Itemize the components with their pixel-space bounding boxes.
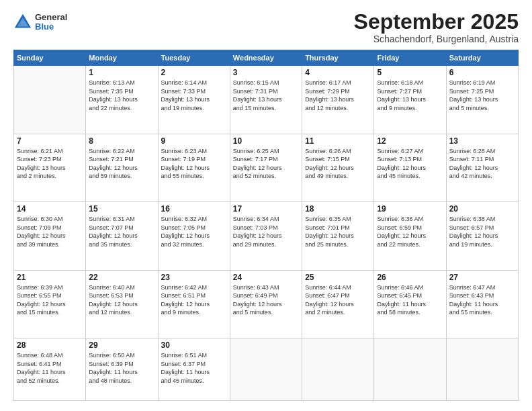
calendar-cell: 9Sunrise: 6:23 AM Sunset: 7:19 PM Daylig… xyxy=(158,134,230,201)
day-number: 29 xyxy=(89,340,154,350)
calendar-cell: 5Sunrise: 6:18 AM Sunset: 7:27 PM Daylig… xyxy=(374,66,446,134)
title-block: September 2025 Schachendorf, Burgenland,… xyxy=(354,10,519,44)
day-info: Sunrise: 6:27 AM Sunset: 7:13 PM Dayligh… xyxy=(377,147,443,181)
calendar-cell: 13Sunrise: 6:28 AM Sunset: 7:11 PM Dayli… xyxy=(446,134,518,201)
day-number: 28 xyxy=(17,340,83,350)
day-info: Sunrise: 6:14 AM Sunset: 7:33 PM Dayligh… xyxy=(161,79,227,112)
day-number: 4 xyxy=(305,68,371,77)
day-number: 3 xyxy=(233,68,299,77)
day-number: 15 xyxy=(89,204,154,214)
calendar-cell: 7Sunrise: 6:21 AM Sunset: 7:23 PM Daylig… xyxy=(14,134,86,201)
calendar-cell: 1Sunrise: 6:13 AM Sunset: 7:35 PM Daylig… xyxy=(86,66,158,134)
day-info: Sunrise: 6:19 AM Sunset: 7:25 PM Dayligh… xyxy=(449,79,515,112)
calendar-cell: 25Sunrise: 6:44 AM Sunset: 6:47 PM Dayli… xyxy=(302,270,374,338)
weekday-header-monday: Monday xyxy=(86,50,158,66)
calendar-cell: 10Sunrise: 6:25 AM Sunset: 7:17 PM Dayli… xyxy=(230,134,302,201)
day-info: Sunrise: 6:30 AM Sunset: 7:09 PM Dayligh… xyxy=(17,215,83,248)
day-number: 30 xyxy=(161,340,227,350)
day-number: 23 xyxy=(161,273,227,282)
day-info: Sunrise: 6:21 AM Sunset: 7:23 PM Dayligh… xyxy=(17,147,83,181)
calendar-cell: 21Sunrise: 6:39 AM Sunset: 6:55 PM Dayli… xyxy=(14,270,86,338)
calendar-cell: 12Sunrise: 6:27 AM Sunset: 7:13 PM Dayli… xyxy=(374,134,446,201)
calendar-cell: 6Sunrise: 6:19 AM Sunset: 7:25 PM Daylig… xyxy=(446,66,518,134)
calendar-cell xyxy=(14,66,86,134)
weekday-header-thursday: Thursday xyxy=(302,50,374,66)
day-info: Sunrise: 6:36 AM Sunset: 6:59 PM Dayligh… xyxy=(377,215,443,248)
day-number: 11 xyxy=(305,136,371,146)
weekday-header-wednesday: Wednesday xyxy=(230,50,302,66)
logo-blue: Blue xyxy=(35,22,67,32)
calendar-cell: 20Sunrise: 6:38 AM Sunset: 6:57 PM Dayli… xyxy=(446,202,518,270)
calendar-cell: 11Sunrise: 6:26 AM Sunset: 7:15 PM Dayli… xyxy=(302,134,374,201)
calendar-cell: 3Sunrise: 6:15 AM Sunset: 7:31 PM Daylig… xyxy=(230,66,302,134)
day-number: 7 xyxy=(17,136,83,146)
calendar-cell: 30Sunrise: 6:51 AM Sunset: 6:37 PM Dayli… xyxy=(158,338,230,400)
calendar-cell: 22Sunrise: 6:40 AM Sunset: 6:53 PM Dayli… xyxy=(86,270,158,338)
day-info: Sunrise: 6:48 AM Sunset: 6:41 PM Dayligh… xyxy=(17,351,83,385)
day-number: 26 xyxy=(377,273,443,282)
day-number: 16 xyxy=(161,204,227,214)
day-number: 17 xyxy=(233,204,299,214)
logo-icon xyxy=(13,13,32,32)
day-info: Sunrise: 6:42 AM Sunset: 6:51 PM Dayligh… xyxy=(161,283,227,317)
day-number: 10 xyxy=(233,136,299,146)
day-info: Sunrise: 6:35 AM Sunset: 7:01 PM Dayligh… xyxy=(305,215,371,248)
day-info: Sunrise: 6:51 AM Sunset: 6:37 PM Dayligh… xyxy=(161,351,227,385)
day-number: 2 xyxy=(161,68,227,77)
day-info: Sunrise: 6:17 AM Sunset: 7:29 PM Dayligh… xyxy=(305,79,371,112)
calendar-week-row: 21Sunrise: 6:39 AM Sunset: 6:55 PM Dayli… xyxy=(14,270,519,338)
calendar-cell xyxy=(446,338,518,400)
day-number: 9 xyxy=(161,136,227,146)
logo: General Blue xyxy=(13,13,67,32)
calendar-week-row: 28Sunrise: 6:48 AM Sunset: 6:41 PM Dayli… xyxy=(14,338,519,400)
weekday-header-tuesday: Tuesday xyxy=(158,50,230,66)
calendar-cell: 2Sunrise: 6:14 AM Sunset: 7:33 PM Daylig… xyxy=(158,66,230,134)
day-info: Sunrise: 6:18 AM Sunset: 7:27 PM Dayligh… xyxy=(377,79,443,112)
day-number: 14 xyxy=(17,204,83,214)
day-number: 21 xyxy=(17,273,83,282)
day-number: 12 xyxy=(377,136,443,146)
calendar-cell: 4Sunrise: 6:17 AM Sunset: 7:29 PM Daylig… xyxy=(302,66,374,134)
calendar-cell: 28Sunrise: 6:48 AM Sunset: 6:41 PM Dayli… xyxy=(14,338,86,400)
weekday-header-row: SundayMondayTuesdayWednesdayThursdayFrid… xyxy=(14,50,519,66)
calendar-week-row: 7Sunrise: 6:21 AM Sunset: 7:23 PM Daylig… xyxy=(14,134,519,201)
calendar-cell: 19Sunrise: 6:36 AM Sunset: 6:59 PM Dayli… xyxy=(374,202,446,270)
calendar-week-row: 14Sunrise: 6:30 AM Sunset: 7:09 PM Dayli… xyxy=(14,202,519,270)
calendar-cell: 29Sunrise: 6:50 AM Sunset: 6:39 PM Dayli… xyxy=(86,338,158,400)
day-info: Sunrise: 6:44 AM Sunset: 6:47 PM Dayligh… xyxy=(305,283,371,317)
day-info: Sunrise: 6:47 AM Sunset: 6:43 PM Dayligh… xyxy=(449,283,515,317)
calendar-cell: 27Sunrise: 6:47 AM Sunset: 6:43 PM Dayli… xyxy=(446,270,518,338)
day-info: Sunrise: 6:43 AM Sunset: 6:49 PM Dayligh… xyxy=(233,283,299,317)
day-info: Sunrise: 6:15 AM Sunset: 7:31 PM Dayligh… xyxy=(233,79,299,112)
weekday-header-saturday: Saturday xyxy=(446,50,518,66)
page: General Blue September 2025 Schachendorf… xyxy=(0,0,532,411)
logo-text: General Blue xyxy=(35,13,67,32)
day-number: 20 xyxy=(449,204,515,214)
day-number: 13 xyxy=(449,136,515,146)
calendar-cell: 17Sunrise: 6:34 AM Sunset: 7:03 PM Dayli… xyxy=(230,202,302,270)
calendar-cell: 24Sunrise: 6:43 AM Sunset: 6:49 PM Dayli… xyxy=(230,270,302,338)
calendar-week-row: 1Sunrise: 6:13 AM Sunset: 7:35 PM Daylig… xyxy=(14,66,519,134)
calendar-cell: 26Sunrise: 6:46 AM Sunset: 6:45 PM Dayli… xyxy=(374,270,446,338)
calendar-cell: 23Sunrise: 6:42 AM Sunset: 6:51 PM Dayli… xyxy=(158,270,230,338)
day-info: Sunrise: 6:34 AM Sunset: 7:03 PM Dayligh… xyxy=(233,215,299,248)
day-info: Sunrise: 6:22 AM Sunset: 7:21 PM Dayligh… xyxy=(89,147,154,181)
weekday-header-sunday: Sunday xyxy=(14,50,86,66)
calendar-cell: 18Sunrise: 6:35 AM Sunset: 7:01 PM Dayli… xyxy=(302,202,374,270)
day-number: 5 xyxy=(377,68,443,77)
day-info: Sunrise: 6:28 AM Sunset: 7:11 PM Dayligh… xyxy=(449,147,515,181)
day-info: Sunrise: 6:32 AM Sunset: 7:05 PM Dayligh… xyxy=(161,215,227,248)
day-number: 1 xyxy=(89,68,154,77)
weekday-header-friday: Friday xyxy=(374,50,446,66)
calendar-cell: 14Sunrise: 6:30 AM Sunset: 7:09 PM Dayli… xyxy=(14,202,86,270)
day-info: Sunrise: 6:50 AM Sunset: 6:39 PM Dayligh… xyxy=(89,351,154,385)
day-info: Sunrise: 6:39 AM Sunset: 6:55 PM Dayligh… xyxy=(17,283,83,317)
day-number: 19 xyxy=(377,204,443,214)
calendar-cell xyxy=(230,338,302,400)
calendar-table: SundayMondayTuesdayWednesdayThursdayFrid… xyxy=(13,50,519,401)
day-info: Sunrise: 6:46 AM Sunset: 6:45 PM Dayligh… xyxy=(377,283,443,317)
day-info: Sunrise: 6:23 AM Sunset: 7:19 PM Dayligh… xyxy=(161,147,227,181)
calendar-cell xyxy=(374,338,446,400)
day-info: Sunrise: 6:25 AM Sunset: 7:17 PM Dayligh… xyxy=(233,147,299,181)
day-number: 6 xyxy=(449,68,515,77)
